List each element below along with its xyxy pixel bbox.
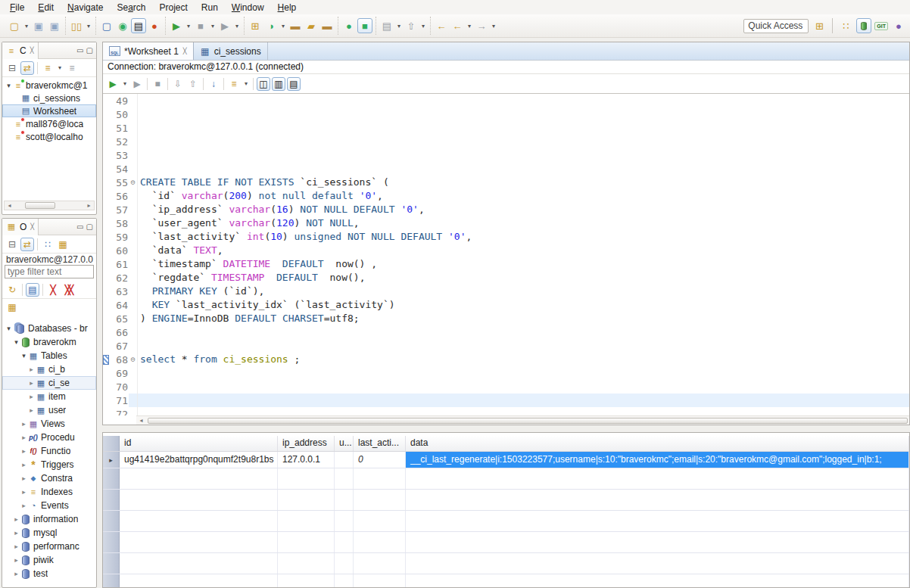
- empty-cell[interactable]: [278, 574, 335, 588]
- code-line-68[interactable]: 68⊖select * from ci_sessions ;: [103, 353, 909, 366]
- collapsed-twistie-icon[interactable]: ▸: [27, 366, 36, 373]
- code-line-69[interactable]: 69: [103, 366, 909, 380]
- code-line-55[interactable]: 55⊖CREATE TABLE IF NOT EXISTS `ci_sessio…: [103, 176, 909, 189]
- close-icon[interactable]: ╳: [183, 48, 187, 54]
- empty-cell[interactable]: [278, 490, 335, 510]
- connections-view-tab[interactable]: ≡ C ╳: [2, 42, 39, 59]
- column-header-u[interactable]: u...: [335, 436, 354, 451]
- expanded-twistie-icon[interactable]: ▾: [5, 325, 13, 332]
- sql-code-editor[interactable]: 49505152535455⊖CREATE TABLE IF NOT EXIST…: [103, 94, 909, 415]
- bean-folder-icon[interactable]: ▬: [319, 18, 335, 33]
- new-plugin-icon[interactable]: ⊞: [248, 18, 263, 33]
- code-line-58[interactable]: 58 `user_agent` varchar(120) NOT NULL,: [103, 216, 909, 230]
- code-line-63[interactable]: 63 PRIMARY KEY (`id`),: [103, 285, 909, 298]
- empty-row[interactable]: [103, 553, 909, 574]
- push-dropdown-icon[interactable]: ▾: [419, 23, 427, 30]
- commit-dropdown-icon[interactable]: ▾: [395, 23, 403, 30]
- execute-selected-icon[interactable]: ▶: [130, 77, 144, 91]
- export-icon[interactable]: ⇩: [171, 77, 185, 91]
- green-square-icon[interactable]: ■: [357, 18, 372, 33]
- empty-cell[interactable]: [406, 532, 909, 552]
- new-wizard-dropdown-icon[interactable]: ▾: [23, 23, 30, 30]
- object-item-braverokm[interactable]: ▾braverokm: [2, 335, 96, 349]
- collapsed-twistie-icon[interactable]: ▸: [12, 529, 20, 537]
- toggle-console-pane-icon[interactable]: ▤: [287, 77, 301, 91]
- checkstyle-icon[interactable]: ◑: [263, 18, 279, 33]
- stop-statement-icon[interactable]: ■: [151, 77, 164, 91]
- object-item-tables[interactable]: ▾▦Tables: [2, 349, 96, 362]
- delete-all-icon[interactable]: ╳╳: [61, 283, 75, 297]
- git-perspective-icon[interactable]: GIT: [874, 22, 888, 30]
- delete-icon[interactable]: ╳: [46, 283, 60, 297]
- collapsed-twistie-icon[interactable]: ▸: [20, 420, 28, 428]
- collapsed-twistie-icon[interactable]: ▸: [20, 434, 28, 441]
- empty-cell[interactable]: [335, 490, 354, 510]
- empty-cell[interactable]: [335, 511, 354, 531]
- stop-icon[interactable]: ■: [193, 18, 208, 33]
- empty-cell[interactable]: [335, 468, 354, 489]
- editor-hscrollbar[interactable]: ◂: [136, 415, 909, 425]
- open-folder-icon[interactable]: ▬: [288, 18, 303, 33]
- empty-cell[interactable]: [354, 532, 406, 552]
- boot-dashboard-icon[interactable]: ◉: [115, 18, 130, 33]
- empty-cell[interactable]: [278, 511, 335, 531]
- show-schema-icon[interactable]: ∷: [41, 238, 55, 251]
- paintbrush-icon[interactable]: ▰: [304, 18, 319, 33]
- tab-ci-sessions[interactable]: ▦ ci_sessions: [194, 42, 268, 60]
- empty-cell[interactable]: [406, 490, 909, 510]
- cell-u[interactable]: [335, 452, 354, 468]
- run-icon[interactable]: ▶: [169, 18, 184, 33]
- close-icon[interactable]: ╳: [30, 223, 34, 230]
- run-dropdown-icon[interactable]: ▾: [185, 23, 192, 30]
- collapsed-twistie-icon[interactable]: ▸: [20, 502, 28, 509]
- toggle-result-pane-icon[interactable]: ◫: [257, 77, 270, 91]
- column-header-id[interactable]: id: [120, 436, 278, 451]
- maximize-icon[interactable]: ▢: [86, 46, 93, 54]
- collapsed-twistie-icon[interactable]: ▸: [27, 379, 36, 387]
- empty-cell[interactable]: [120, 574, 278, 588]
- empty-cell[interactable]: [120, 468, 278, 489]
- column-header-last_acti[interactable]: last_acti...: [354, 436, 406, 451]
- object-item-information[interactable]: ▸information: [2, 512, 96, 526]
- empty-cell[interactable]: [354, 468, 406, 489]
- code-line-54[interactable]: 54: [103, 162, 909, 176]
- empty-cell[interactable]: [278, 532, 335, 552]
- collapsed-twistie-icon[interactable]: ▸: [20, 474, 28, 482]
- empty-row[interactable]: [103, 511, 909, 532]
- empty-cell[interactable]: [354, 511, 406, 531]
- result-row-1[interactable]: ▸ug41419e2battqrpg0nqumf2t9u8r1bs127.0.0…: [103, 452, 909, 468]
- server-icon[interactable]: ●: [147, 18, 162, 33]
- connection-item-braverokmc-1[interactable]: ▾≡braverokmc@1: [2, 79, 96, 92]
- code-line-49[interactable]: 49: [103, 94, 909, 107]
- fold-collapse-icon[interactable]: ⊖: [129, 353, 138, 366]
- menu-edit[interactable]: Edit: [31, 2, 61, 14]
- back-icon[interactable]: ←: [450, 18, 465, 33]
- link-with-editor-icon[interactable]: ⇄: [20, 61, 34, 75]
- close-icon[interactable]: ╳: [30, 47, 34, 54]
- object-item-performanc[interactable]: ▸performanc: [2, 540, 96, 553]
- database-perspective-icon[interactable]: [856, 18, 871, 33]
- empty-cell[interactable]: [354, 490, 406, 510]
- collapsed-twistie-icon[interactable]: ▸: [20, 488, 28, 496]
- execute-all-icon[interactable]: ▶: [106, 77, 120, 91]
- collapsed-twistie-icon[interactable]: ▸: [12, 556, 20, 564]
- empty-cell[interactable]: [120, 532, 278, 552]
- code-line-71[interactable]: 71: [103, 394, 909, 407]
- menu-file[interactable]: File: [3, 2, 31, 14]
- new-wizard-icon[interactable]: ▢: [7, 18, 22, 33]
- connections-hscrollbar[interactable]: ◂ ▸: [4, 201, 95, 210]
- object-item-functio[interactable]: ▸f()Functio: [2, 444, 96, 458]
- expanded-twistie-icon[interactable]: ▾: [5, 82, 13, 89]
- minimize-icon[interactable]: ▭: [76, 222, 83, 231]
- console-icon[interactable]: ▢: [99, 18, 114, 33]
- new-table-icon[interactable]: ▦: [5, 300, 19, 314]
- maximize-icon[interactable]: ▢: [86, 222, 93, 231]
- empty-cell[interactable]: [406, 468, 909, 489]
- menu-search[interactable]: Search: [110, 2, 152, 14]
- code-line-62[interactable]: 62 `regdate` TIMESTAMP DEFAULT now(),: [103, 271, 909, 285]
- object-item-test[interactable]: ▸test: [2, 567, 96, 580]
- checkstyle-dropdown-icon[interactable]: ▾: [279, 23, 287, 30]
- objects-view-tab[interactable]: ▦ O ╳: [2, 219, 39, 235]
- skip-dropdown-icon[interactable]: ▾: [233, 23, 241, 30]
- object-item-ci-se[interactable]: ▸▦ci_se: [2, 376, 96, 390]
